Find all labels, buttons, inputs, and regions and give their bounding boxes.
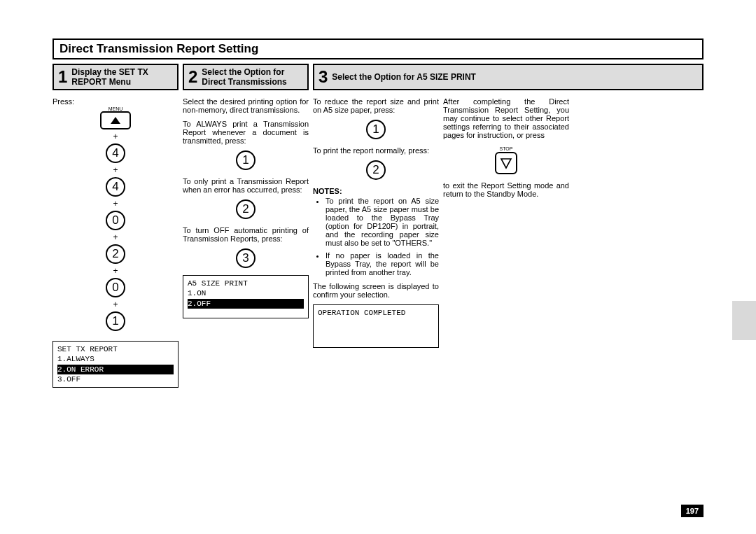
lcd-line: 1.ON (188, 288, 304, 298)
menu-label: MENU (108, 106, 123, 111)
col3-text-3: The following screen is displayed to con… (313, 282, 439, 299)
content-columns: Press: MENU + 4 + 4 + 0 + 2 + 0 + 1 SET … (52, 97, 704, 388)
up-triangle-icon (111, 117, 120, 124)
plus-icon: + (113, 166, 118, 174)
plus-icon: + (113, 267, 118, 275)
col2-text-2: To ALWAYS print a Transmission Report wh… (183, 120, 309, 145)
column-4: After completing the Direct Transmission… (443, 97, 569, 388)
lcd-line: 3.OFF (57, 374, 174, 384)
option-button-3: 3 (236, 248, 255, 268)
button-sequence: MENU + 4 + 4 + 0 + 2 + 0 + 1 (52, 111, 178, 331)
stop-button-icon: STOP (495, 152, 517, 174)
digit-button: 2 (106, 244, 125, 264)
plus-icon: + (113, 132, 118, 141)
step-header-row: 1 Display the SET TX REPORT Menu 2 Selec… (52, 64, 704, 90)
step-3-label: Select the Option for A5 SIZE PRINT (332, 72, 476, 82)
step-1-label: Display the SET TX REPORT Menu (71, 67, 173, 87)
lcd-line-highlighted: 2.OFF (188, 299, 304, 309)
option-button-1: 1 (236, 150, 255, 170)
lcd-display-2: A5 SIZE PRINT 1.ON 2.OFF (183, 275, 309, 318)
note-item: If no paper is loaded in the Bypass Tray… (326, 251, 439, 276)
step-2-number: 2 (188, 69, 197, 85)
digit-button: 0 (106, 278, 125, 297)
lcd-display-1: SET TX REPORT 1.ALWAYS 2.ON ERROR 3.OFF (52, 341, 178, 388)
step-1-number: 1 (58, 69, 67, 85)
lcd-line: A5 SIZE PRINT (188, 279, 304, 288)
column-3: To reduce the report size and print on A… (313, 97, 439, 388)
column-2: Select the desired printing option for n… (183, 97, 309, 388)
menu-button-icon: MENU (100, 111, 131, 129)
col4-text-1: After completing the Direct Transmission… (443, 97, 569, 139)
digit-button: 1 (106, 311, 125, 331)
column-1: Press: MENU + 4 + 4 + 0 + 2 + 0 + 1 SET … (52, 97, 178, 388)
digit-button: 0 (106, 211, 125, 230)
step-2-header: 2 Select the Option for Direct Transmiss… (183, 64, 309, 90)
lcd-line-highlighted: 2.ON ERROR (57, 365, 174, 374)
step-1-header: 1 Display the SET TX REPORT Menu (52, 64, 178, 90)
digit-button: 4 (106, 143, 125, 163)
stop-triangle-icon (500, 157, 512, 169)
lcd-line: SET TX REPORT (57, 344, 174, 354)
plus-icon: + (113, 300, 118, 309)
page-number: 197 (681, 505, 704, 517)
page-title: Direct Transmission Report Setting (52, 38, 704, 59)
notes-heading: NOTES: (313, 187, 439, 195)
col2-text-4: To turn OFF automatic printing of Transm… (183, 226, 309, 243)
side-tab (732, 301, 756, 340)
lcd-display-3: OPERATION COMPLETED (313, 304, 439, 348)
note-item: To print the report on A5 size paper, th… (326, 197, 439, 247)
col2-text-1: Select the desired printing option for n… (183, 97, 309, 114)
press-label: Press: (52, 97, 178, 106)
step-3-header: 3 Select the Option for A5 SIZE PRINT (313, 64, 704, 90)
a5-button-2: 2 (366, 160, 386, 180)
col3-text-2: To print the report normally, press: (313, 146, 439, 155)
plus-icon: + (113, 199, 118, 208)
step-3-number: 3 (318, 69, 328, 85)
option-button-2: 2 (236, 199, 255, 219)
digit-button: 4 (106, 177, 125, 197)
notes-list: To print the report on A5 size paper, th… (313, 197, 439, 276)
col4-text-2: to exit the Report Setting mode and retu… (443, 181, 569, 198)
lcd-line: OPERATION COMPLETED (318, 308, 434, 318)
svg-marker-0 (501, 159, 511, 168)
col2-text-3: To only print a Transmission Report when… (183, 177, 309, 194)
stop-label: STOP (492, 146, 520, 151)
a5-button-1: 1 (366, 120, 386, 139)
col3-text-1: To reduce the report size and print on A… (313, 97, 439, 114)
lcd-line: 1.ALWAYS (57, 354, 174, 364)
step-2-label: Select the Option for Direct Transmissio… (202, 67, 303, 87)
plus-icon: + (113, 233, 118, 241)
